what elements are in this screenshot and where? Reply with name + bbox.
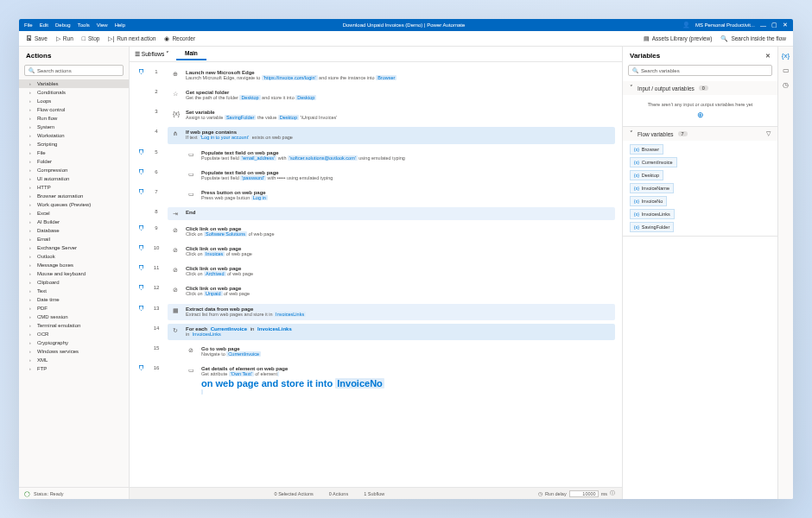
minimize-icon[interactable]: ― [760,22,766,28]
uielements-icon[interactable]: ◷ [783,81,789,89]
variables-search[interactable]: 🔍 Search variables [628,65,772,76]
action-category[interactable]: ›Cryptography [19,338,129,347]
action-category[interactable]: ›Browser automation [19,192,129,200]
assets-icon: ▤ [644,35,650,42]
tab-main[interactable]: Main [176,47,206,60]
flow-step[interactable]: 3{x}Set variableAssign to variable Savin… [130,105,622,125]
flow-step[interactable]: 14↻For each CurrentInvoice in InvoicesLi… [130,322,622,342]
step-type-icon: ▭ [188,170,197,178]
add-variable-icon[interactable]: ⊕ [630,111,771,119]
close-panel-icon[interactable]: ✕ [765,53,771,60]
flow-step[interactable]: ⛉11⊘Click link on web pageClick on Archi… [130,262,622,281]
titlebar-right: 👤 MS Personal Productivit... ― ▢ ✕ [682,22,788,28]
subflows-dropdown[interactable]: ☰ Subflows ˅ [135,51,169,58]
flow-step[interactable]: ⛉6▭Populate text field on web pagePopula… [130,166,622,186]
action-category[interactable]: ›Excel [19,209,129,218]
io-variables-section: ˅ Input / output variables 0 There aren'… [623,81,777,127]
action-category[interactable]: ›AI Builder [19,218,129,226]
filter-icon[interactable]: ▽ [766,130,771,137]
action-category[interactable]: ›Variables [19,79,129,88]
action-category[interactable]: ›Clipboard [19,278,129,287]
run-next-button[interactable]: ▷|Run next action [108,35,155,42]
save-button[interactable]: 🖫Save [26,35,48,41]
action-category[interactable]: ›Compression [19,166,129,174]
step-type-icon: ↻ [173,326,181,334]
menu-file[interactable]: File [24,22,33,28]
chevron-right-icon: › [29,288,35,294]
variable-chip[interactable]: {x}Browser [630,144,663,155]
assets-library-button[interactable]: ▤Assets Library (preview) [644,35,713,42]
menu-debug[interactable]: Debug [55,22,71,28]
action-category[interactable]: ›Outlook [19,252,129,261]
actions-search[interactable]: 🔍 Search actions [24,65,124,76]
action-category[interactable]: ›Scripting [19,140,129,148]
variables-icon[interactable]: {x} [782,52,790,60]
action-category[interactable]: ›XML [19,356,129,364]
variable-chip[interactable]: {x}InvoiceName [630,183,674,193]
flow-step[interactable]: 4⋔If web page containsIf text 'Log in to… [130,125,622,145]
flow-step[interactable]: ⛉12⊘Click link on web pageClick on Unpai… [130,281,622,301]
action-category[interactable]: ›Folder [19,157,129,166]
action-category[interactable]: ›Flow control [19,105,129,114]
action-category[interactable]: ›HTTP [19,183,129,192]
action-category[interactable]: ›Windows services [19,347,129,356]
action-category[interactable]: ›Email [19,235,129,243]
actions-header: Actions [19,47,129,65]
action-category[interactable]: ›CMD session [19,313,129,321]
action-category[interactable]: ›Run flow [19,114,129,123]
variable-chip[interactable]: {x}InvoicesLinks [630,209,675,219]
recorder-button[interactable]: ◉Recorder [164,35,195,42]
toolbar: 🖫Save ▷Run □Stop ▷|Run next action ◉Reco… [19,31,793,47]
io-variables-header[interactable]: ˅ Input / output variables 0 [623,81,777,95]
flow-step[interactable]: ⛉9⊘Click link on web pageClick on Softwa… [130,222,622,242]
action-category[interactable]: ›Text [19,287,129,295]
action-category[interactable]: ›Workstation [19,131,129,140]
flow-step[interactable]: 15⊘Go to web pageNavigate to CurrentInvo… [130,342,622,362]
flow-step[interactable]: 8⇥End [130,205,622,222]
flow-step[interactable]: ⛉10⊘Click link on web pageClick on Invoi… [130,242,622,262]
action-category[interactable]: ›UI automation [19,174,129,183]
action-category[interactable]: ›Conditionals [19,88,129,97]
run-button[interactable]: ▷Run [56,35,73,42]
chevron-right-icon: › [29,107,35,112]
flow-step[interactable]: ⛉1⊕Launch new Microsoft EdgeLaunch Micro… [130,66,622,85]
action-category[interactable]: ›Work queues (Preview) [19,200,129,209]
action-category[interactable]: ›Date time [19,295,129,304]
flow-step[interactable]: 2☆Get special folderGet the path of the … [130,85,622,105]
flow-step[interactable]: ⛉13▦Extract data from web pageExtract li… [130,302,622,322]
stop-button[interactable]: □Stop [82,35,100,41]
account-name[interactable]: MS Personal Productivit... [695,22,755,28]
menu-view[interactable]: View [97,22,108,28]
variable-chip[interactable]: {x}InvoiceNo [630,196,667,206]
menu-edit[interactable]: Edit [40,22,48,28]
flow-step[interactable]: ⛉5▭Populate text field on web pagePopula… [130,146,622,166]
action-category[interactable]: ›System [19,123,129,131]
images-icon[interactable]: ▭ [783,66,790,74]
menu-tools[interactable]: Tools [78,22,90,28]
action-category[interactable]: ›Exchange Server [19,243,129,252]
action-category[interactable]: ›FTP [19,364,129,373]
maximize-icon[interactable]: ▢ [771,22,777,28]
info-icon[interactable]: ⓘ [610,490,615,496]
flow-step[interactable]: ⛉16▭Get details of element on web pageGe… [130,362,622,401]
action-category[interactable]: ›Terminal emulation [19,321,129,330]
search-flow-button[interactable]: 🔍Search inside the flow [720,35,786,42]
account-icon[interactable]: 👤 [682,22,690,28]
variable-chip[interactable]: {x}SavingFolder [630,222,674,232]
action-category[interactable]: ›File [19,148,129,157]
action-category[interactable]: ›Mouse and keyboard [19,269,129,278]
action-category[interactable]: ›Loops [19,97,129,105]
action-category[interactable]: ›Message boxes [19,261,129,269]
menu-help[interactable]: Help [115,22,125,28]
close-icon[interactable]: ✕ [783,22,788,28]
action-category[interactable]: ›Database [19,226,129,235]
flow-step[interactable]: ⛉7▭Press button on web pagePress web pag… [130,186,622,205]
action-category[interactable]: ›PDF [19,304,129,313]
step-type-icon: ▭ [188,150,197,158]
variable-chip[interactable]: {x}Desktop [630,170,663,180]
delay-input[interactable]: 10000 [569,490,599,497]
flow-variables-header[interactable]: ˅ Flow variables 7 ▽ [623,127,777,141]
action-category[interactable]: ›OCR [19,330,129,338]
chevron-right-icon: › [29,193,35,199]
variable-chip[interactable]: {x}CurrentInvoice [630,157,677,167]
